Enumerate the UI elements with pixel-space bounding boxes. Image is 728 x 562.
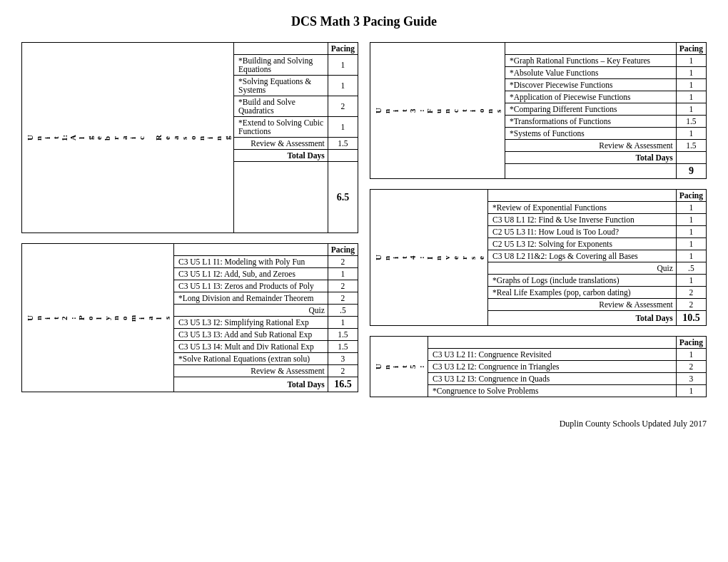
unit3-row7: *Systems of Functions	[505, 128, 677, 140]
unit2-table: U n i t 2 : P o l y n o m i a l s Pacing…	[21, 243, 358, 392]
unit2-total-value: 16.5	[328, 377, 358, 392]
unit3-row6: *Transformations of Functions	[505, 116, 677, 128]
unit2-row3-p: 2	[328, 280, 358, 292]
unit3-row3: *Discover Piecewise Functions	[505, 79, 677, 91]
unit1-big-total: 6.5	[328, 162, 358, 233]
unit4-row1: *Review of Exponential Functions	[488, 202, 677, 214]
unit4-pacing-header: Pacing	[676, 190, 706, 202]
unit5-row3-p: 3	[676, 373, 706, 385]
unit1-total-label: Total Days	[234, 150, 328, 162]
unit5-label: U n i t 5 :	[370, 337, 428, 397]
unit2-pacing-header: Pacing	[328, 244, 358, 256]
unit2-review: Review & Assessment	[174, 365, 328, 377]
unit4-total-value: 10.5	[676, 311, 706, 326]
unit5-row3: C3 U3 L2 I3: Congruence in Quads	[428, 373, 677, 385]
unit2-row7: C3 U5 L3 I3: Add and Sub Rational Exp	[174, 329, 328, 341]
unit3-row1: *Graph Rational Functions – Key Features	[505, 55, 677, 67]
unit2-row1: C3 U5 L1 I1: Modeling with Poly Fun	[174, 256, 328, 268]
unit2-row6: C3 U5 L3 I2: Simplifying Rational Exp	[174, 317, 328, 329]
unit2-quiz: Quiz	[174, 305, 328, 317]
unit3-row2: *Absolute Value Functions	[505, 67, 677, 79]
unit4-row4: C2 U5 L3 I2: Solving for Exponents	[488, 238, 677, 250]
unit3-row4: *Application of Piecewise Functions	[505, 91, 677, 103]
unit3-row4-p: 1	[676, 91, 706, 103]
unit2-row8: C3 U5 L3 I4: Mult and Div Rational Exp	[174, 341, 328, 353]
unit1-row3-topic: *Build and Solve Quadratics	[234, 96, 328, 117]
unit4-row8-p: 2	[676, 287, 706, 299]
unit3-total-label: Total Days	[505, 152, 677, 164]
unit2-row2: C3 U5 L1 I2: Add, Sub, and Zeroes	[174, 268, 328, 280]
unit1-review-topic: Review & Assessment	[234, 138, 328, 150]
unit1-total-spacer	[234, 162, 328, 233]
unit4-quiz-p: .5	[676, 262, 706, 275]
unit1-row2-pacing: 1	[328, 76, 358, 96]
unit4-row7-p: 1	[676, 275, 706, 287]
unit2-label: U n i t 2 : P o l y n o m i a l s	[22, 244, 174, 392]
unit4-row2: C3 U8 L1 I2: Find & Use Inverse Function	[488, 214, 677, 226]
unit3-review-p: 1.5	[676, 140, 706, 152]
unit4-quiz: Quiz	[488, 262, 677, 275]
unit2-row7-p: 1.5	[328, 329, 358, 341]
unit3-row6-p: 1.5	[676, 116, 706, 128]
unit3-row7-p: 1	[676, 128, 706, 140]
unit4-row5-p: 1	[676, 250, 706, 262]
unit5-row4-p: 1	[676, 385, 706, 397]
unit3-label: U n i t 3 : F u n c t i o n s	[370, 43, 505, 179]
unit3-row2-p: 1	[676, 67, 706, 79]
unit3-row5-p: 1	[676, 103, 706, 116]
unit4-row1-p: 1	[676, 202, 706, 214]
unit2-quiz-p: .5	[328, 305, 358, 317]
unit4-row7: *Graphs of Logs (include translations)	[488, 275, 677, 287]
page-title: DCS Math 3 Pacing Guide	[21, 14, 707, 29]
unit3-row5: *Comparing Different Functions	[505, 103, 677, 116]
spacer	[234, 43, 328, 55]
unit3-table: U n i t 3 : F u n c t i o n s Pacing *Gr…	[370, 42, 707, 179]
unit3-pacing-header: Pacing	[676, 43, 706, 55]
unit5-pacing-header: Pacing	[676, 337, 706, 349]
unit2-row4: *Long Division and Remainder Theorem	[174, 292, 328, 305]
unit3-review: Review & Assessment	[505, 140, 677, 152]
unit2-row8-p: 1.5	[328, 341, 358, 353]
unit4-row4-p: 1	[676, 238, 706, 250]
unit4-row3-p: 1	[676, 226, 706, 238]
spacer3	[505, 43, 677, 55]
unit1-row1-topic: *Building and Solving Equations	[234, 55, 328, 76]
unit1-row1-pacing: 1	[328, 55, 358, 76]
unit2-row3: C3 U5 L1 I3: Zeros and Products of Poly	[174, 280, 328, 292]
unit3-big-total: 9	[676, 164, 706, 179]
unit5-row1: C3 U3 L2 I1: Congruence Revisited	[428, 349, 677, 361]
unit5-row4: *Congruence to Solve Problems	[428, 385, 677, 397]
unit4-review-p: 2	[676, 299, 706, 311]
unit2-row2-p: 1	[328, 268, 358, 280]
unit3-total-val	[676, 152, 706, 164]
unit5-row2: C3 U3 L2 I2: Congruence in Triangles	[428, 361, 677, 373]
unit2-row9: *Solve Rational Equations (extran solu)	[174, 353, 328, 365]
unit2-total-label: Total Days	[174, 377, 328, 392]
unit2-row9-p: 3	[328, 353, 358, 365]
unit1-review-pacing: 1.5	[328, 138, 358, 150]
unit1-label: U n i t 1: A l g e b r a i c R e a s o n…	[22, 43, 234, 233]
unit5-row2-p: 2	[676, 361, 706, 373]
unit1-row4-pacing: 1	[328, 117, 358, 138]
unit4-row5: C3 U8 L2 I1&2: Logs & Covering all Bases	[488, 250, 677, 262]
spacer5	[428, 337, 677, 349]
unit5-row1-p: 1	[676, 349, 706, 361]
unit4-review: Review & Assessment	[488, 299, 677, 311]
unit1-pacing-header: Pacing	[328, 43, 358, 55]
unit1-total-value	[328, 150, 358, 162]
unit4-row8: *Real Life Examples (pop, carbon dating)	[488, 287, 677, 299]
unit3-row1-p: 1	[676, 55, 706, 67]
unit2-review-p: 2	[328, 365, 358, 377]
unit2-row4-p: 2	[328, 292, 358, 305]
spacer2	[174, 244, 328, 256]
unit4-label: U n i t 4 : I n v e r s e	[370, 190, 488, 326]
unit4-row2-p: 1	[676, 214, 706, 226]
unit3-row3-p: 1	[676, 79, 706, 91]
unit4-table: U n i t 4 : I n v e r s e Pacing *Review…	[370, 189, 707, 326]
unit3-spacer	[505, 164, 677, 179]
footer-text: Duplin County Schools Updated July 2017	[21, 419, 707, 429]
unit2-row1-p: 2	[328, 256, 358, 268]
unit1-row3-pacing: 2	[328, 96, 358, 117]
unit1-table: U n i t 1: A l g e b r a i c R e a s o n…	[21, 42, 358, 233]
unit4-total-label: Total Days	[488, 311, 677, 326]
